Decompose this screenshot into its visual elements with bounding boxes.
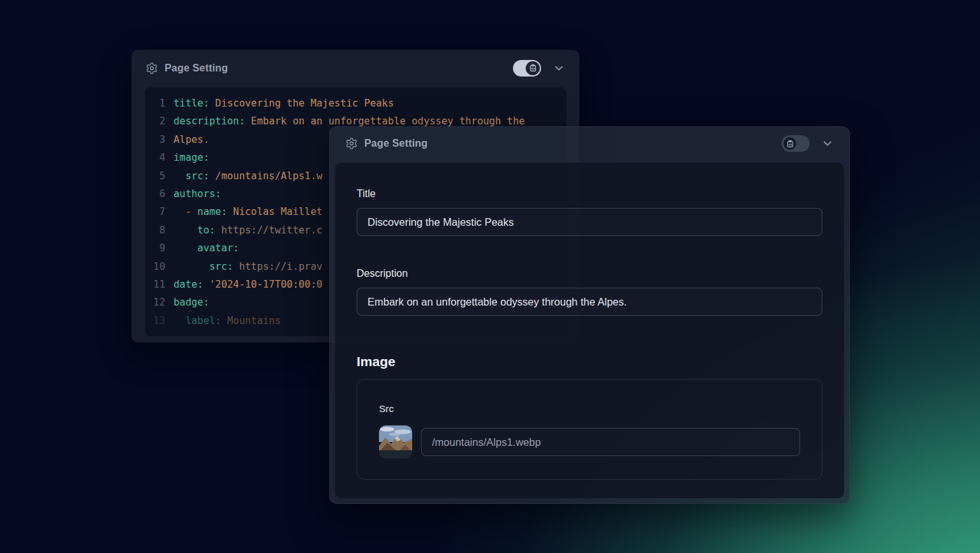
line-number: 10: [151, 258, 165, 276]
image-section-heading: Image: [357, 354, 822, 369]
title-field-label: Title: [357, 188, 822, 200]
code-text: to: https://twitter.c: [174, 221, 322, 239]
line-number: 1: [151, 94, 165, 112]
image-thumbnail[interactable]: [379, 425, 412, 459]
toggle-knob: [526, 61, 540, 75]
code-text: src: /mountains/Alps1.w: [174, 167, 322, 185]
code-text: date: '2024-10-17T00:00:0: [174, 276, 322, 293]
line-number: 5: [151, 167, 165, 185]
line-number: 12: [151, 293, 165, 311]
src-field-label: Src: [379, 403, 800, 415]
page-background: Page Setting 1title: Discovering the Maj…: [0, 0, 980, 553]
code-view-toggle[interactable]: [513, 60, 541, 77]
code-text: authors:: [174, 185, 221, 203]
code-text: image:: [174, 149, 209, 166]
code-panel-title: Page Setting: [165, 63, 228, 74]
line-number: 6: [151, 185, 165, 203]
line-number: 9: [151, 239, 165, 257]
form-panel-header: Page Setting: [330, 127, 849, 160]
toggle-knob: [783, 136, 797, 151]
page-setting-form-panel: Page Setting Title Description: [329, 126, 850, 504]
code-text: Alpes.: [174, 131, 209, 149]
code-text: label: Mountains: [174, 312, 281, 330]
clipboard-code-icon: [786, 140, 794, 148]
code-view-toggle[interactable]: [782, 135, 810, 152]
chevron-down-icon[interactable]: [553, 62, 565, 75]
code-text: title: Discovering the Majestic Peaks: [174, 94, 394, 112]
line-number: 3: [151, 131, 165, 149]
clipboard-code-icon: [529, 64, 537, 72]
code-text: - name: Nicolas Maillet: [174, 203, 322, 221]
form-panel-title: Page Setting: [364, 138, 427, 149]
image-card: Src: [357, 379, 822, 480]
image-src-input[interactable]: [421, 428, 800, 456]
mountain-photo-thumbnail: [379, 425, 412, 459]
description-field-label: Description: [357, 268, 822, 279]
description-input[interactable]: [357, 288, 822, 316]
gear-icon: [145, 62, 158, 75]
line-number: 8: [151, 221, 165, 239]
code-text: avatar:: [174, 239, 239, 257]
line-number: 11: [151, 276, 165, 293]
line-number: 7: [151, 203, 165, 221]
form-body: Title Description Image Src: [335, 163, 844, 498]
title-input[interactable]: [357, 208, 822, 236]
code-line: 1title: Discovering the Majestic Peaks: [151, 94, 567, 112]
chevron-down-icon[interactable]: [821, 137, 834, 150]
code-panel-header: Page Setting: [131, 50, 579, 86]
code-text: badge:: [174, 293, 209, 311]
line-number: 4: [151, 149, 165, 166]
gear-icon: [345, 137, 358, 150]
line-number: 13: [151, 312, 165, 330]
code-text: src: https://i.prav: [174, 258, 322, 276]
line-number: 2: [151, 112, 165, 130]
